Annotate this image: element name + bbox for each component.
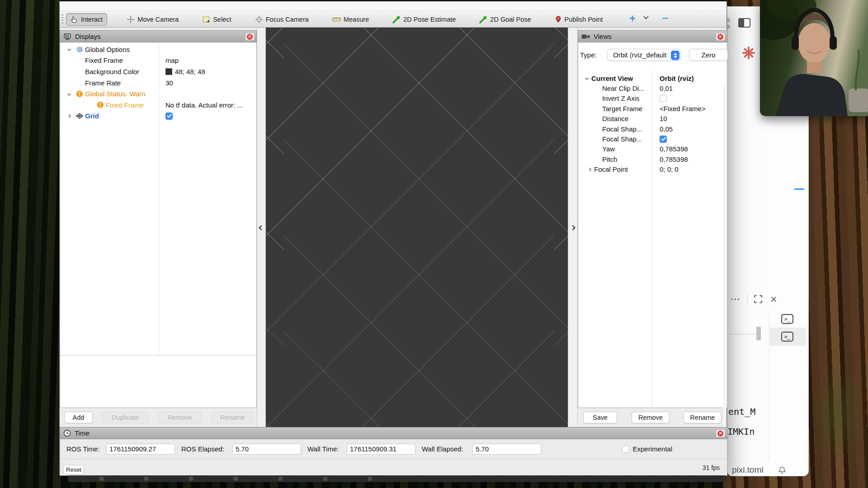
tree-value[interactable]: map <box>165 56 179 64</box>
tree-value[interactable]: 0,05 <box>660 125 673 133</box>
terminal-icon[interactable]: >_ <box>781 332 793 342</box>
time-panel-header[interactable]: Time ✕ <box>60 427 727 439</box>
tree-value[interactable]: 0,01 <box>660 84 673 92</box>
maximize-panel-icon[interactable] <box>753 295 763 304</box>
tool-measure[interactable]: Measure <box>328 13 373 26</box>
checked-checkbox[interactable] <box>660 136 667 143</box>
tree-row-frame-rate[interactable]: Frame Rate30 <box>64 77 256 89</box>
tree-value[interactable]: No tf data. Actual error: ... <box>165 101 243 109</box>
tree-row-global-status-warn[interactable]: Global Status: Warn <box>64 88 256 99</box>
dropdown-stepper-icon <box>671 51 679 60</box>
tree-value[interactable] <box>660 95 667 102</box>
expander-down-icon[interactable] <box>64 48 74 51</box>
gear-icon <box>74 46 85 53</box>
unchecked-checkbox[interactable] <box>660 95 667 102</box>
tool-2d-pose-estimate[interactable]: 2D Pose Estimate <box>388 13 460 26</box>
sidebar-toggle-icon[interactable] <box>738 18 750 28</box>
reset-button[interactable]: Reset <box>63 465 84 474</box>
tree-row-pitch[interactable]: Pitch0,785398 <box>582 154 727 164</box>
views-close-button[interactable]: ✕ <box>716 33 725 41</box>
displays-panel-header[interactable]: Displays ✕ <box>60 30 257 42</box>
statusbar-file-label[interactable]: pixi.toml <box>732 465 764 475</box>
tree-row-target-frame[interactable]: Target Frame<Fixed Frame> <box>582 103 727 113</box>
remove-button: Remove <box>158 412 202 423</box>
column-divider[interactable] <box>652 70 652 408</box>
left-panel-collapse-strip[interactable] <box>257 28 266 427</box>
tree-value[interactable]: 30 <box>165 79 173 87</box>
tree-row-focal-shap[interactable]: Focal Shap...0,05 <box>582 124 727 134</box>
toolbar-overflow-chevron-icon[interactable] <box>644 12 649 17</box>
displays-splitter[interactable] <box>60 355 257 356</box>
tree-row-fixed-frame[interactable]: Fixed FrameNo tf data. Actual error: ... <box>64 99 256 111</box>
time-close-button[interactable]: ✕ <box>716 429 725 437</box>
tool-2d-goal-pose[interactable]: 2D Goal Pose <box>475 13 535 26</box>
tree-row-near-clip-di[interactable]: Near Clip Di...0,01 <box>582 83 727 93</box>
add-button[interactable]: Add <box>64 412 93 423</box>
tool-move-camera[interactable]: Move Camera <box>123 13 183 26</box>
tree-row-focal-point[interactable]: Focal Point0; 0; 0 <box>582 164 727 174</box>
tree-value[interactable]: 48; 48; 48 <box>165 68 205 75</box>
expander-down-icon[interactable] <box>64 93 74 95</box>
tree-row-current-view[interactable]: Current ViewOrbit (rviz) <box>582 73 727 83</box>
right-panel-collapse-strip[interactable] <box>568 28 578 427</box>
bell-icon[interactable] <box>778 466 786 474</box>
zero-button[interactable]: Zero <box>689 49 728 61</box>
toolbar-drag-handle[interactable] <box>61 14 63 24</box>
close-panel-icon[interactable]: × <box>770 293 777 306</box>
column-divider[interactable] <box>159 42 159 355</box>
dock-strip[interactable] <box>68 475 726 482</box>
interact-icon <box>71 15 78 23</box>
expander-right-icon[interactable] <box>585 168 594 171</box>
tool-publish-point[interactable]: Publish Point <box>551 13 607 26</box>
tree-row-fixed-frame[interactable]: Fixed Framemap <box>64 55 256 66</box>
tree-row-yaw[interactable]: Yaw0,785398 <box>582 144 727 154</box>
tree-row-invert-z-axis[interactable]: Invert Z Axis <box>582 94 727 103</box>
collapse-left-chevron-icon[interactable] <box>259 225 264 230</box>
tool-focus-camera[interactable]: Focus Camera <box>251 13 313 26</box>
add-tool-button[interactable]: + <box>629 13 635 25</box>
ros-time-input[interactable] <box>106 444 175 455</box>
type-label: Type: <box>580 51 597 59</box>
tree-value[interactable]: 10 <box>660 115 667 122</box>
expander-down-icon[interactable] <box>582 77 591 80</box>
tree-value[interactable]: 0,785398 <box>660 155 688 163</box>
displays-close-button[interactable]: ✕ <box>245 33 255 41</box>
experimental-checkbox[interactable] <box>622 446 629 453</box>
views-panel-header[interactable]: Views ✕ <box>578 30 727 42</box>
tree-value[interactable]: <Fixed Frame> <box>660 105 706 113</box>
tree-row-focal-shap[interactable]: Focal Shap... <box>582 134 727 144</box>
rename-button[interactable]: Rename <box>684 412 722 423</box>
tree-value[interactable]: 0,785398 <box>660 145 688 153</box>
monitor-icon <box>63 33 71 41</box>
scrollbar-thumb[interactable] <box>756 327 761 340</box>
tree-value[interactable] <box>660 136 667 143</box>
more-actions-icon[interactable]: ⋯ <box>730 293 741 305</box>
value-text: 0,01 <box>660 84 673 92</box>
tree-row-distance[interactable]: Distance10 <box>582 114 727 124</box>
sparkle-icon[interactable] <box>741 45 757 61</box>
wall-time-input[interactable] <box>347 444 415 455</box>
remove-tool-button[interactable]: − <box>662 11 669 25</box>
terminal-icon[interactable]: >_ <box>781 314 793 324</box>
remove-button[interactable]: Remove <box>632 412 670 423</box>
tree-value[interactable]: Orbit (rviz) <box>660 75 694 82</box>
focus-camera-icon <box>255 15 263 23</box>
tree-row-global-options[interactable]: Global Options <box>64 44 256 55</box>
checked-checkbox[interactable] <box>165 113 173 120</box>
tool-select[interactable]: Select <box>198 13 235 26</box>
wall-elapsed-input[interactable] <box>472 444 541 455</box>
save-button[interactable]: Save <box>583 412 617 423</box>
tree-row-background-color[interactable]: Background Color48; 48; 48 <box>64 66 256 77</box>
3d-viewport[interactable] <box>266 28 568 427</box>
views-scrollbar[interactable] <box>723 84 726 449</box>
grid-icon <box>74 113 85 119</box>
tool-interact[interactable]: Interact <box>66 13 107 26</box>
collapse-right-chevron-icon[interactable] <box>570 225 575 230</box>
expander-right-icon[interactable] <box>64 115 74 117</box>
tree-value[interactable]: 0; 0; 0 <box>660 165 679 173</box>
view-type-dropdown[interactable]: Orbit (rviz_default <box>607 49 681 61</box>
tree-value[interactable] <box>165 113 173 120</box>
time-field-wall-time: Wall Time: <box>307 444 415 455</box>
tree-row-grid[interactable]: Grid <box>64 111 256 122</box>
ros-elapsed-input[interactable] <box>232 444 301 455</box>
